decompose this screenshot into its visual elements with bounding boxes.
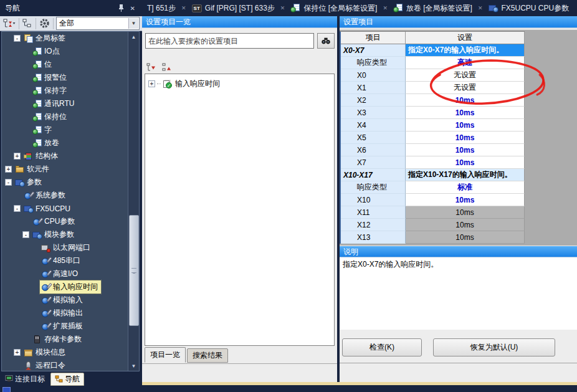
sidebar-item-alarm-bit[interactable]: 报警位 [2,71,140,84]
gear-icon[interactable] [39,17,50,30]
expand-toggle[interactable]: + [14,349,21,356]
sidebar-item-label: 报警位 [42,72,69,84]
sidebar-item-word[interactable]: 字 [2,123,140,136]
expand-toggle[interactable]: + [14,153,21,160]
sidebar-item-input-response-time[interactable]: 输入响应时间 [2,280,140,294]
sidebar-item-high-speed-io[interactable]: 高速I/O [2,267,140,280]
setting-cell[interactable]: 10ms [406,144,525,156]
scroll-up-icon[interactable]: ▲ [128,32,139,42]
device-icon [15,165,25,174]
table-row: X710ms [341,156,525,169]
setting-item-list-panel: 设置项目一览 + 输入响应时间 项目一览 搜索结果 [142,16,337,382]
tree-filter-select[interactable]: 全部 ▼ [56,17,140,30]
restore-default-button[interactable]: 恢复为默认(U) [433,338,555,356]
sidebar-item-analog-output[interactable]: 模拟输出 [2,307,140,320]
expand-all-icon[interactable] [146,61,158,74]
setting-cell[interactable]: 高速 [406,57,525,69]
setting-cell[interactable]: 10ms [406,194,525,206]
tree-scrollbar[interactable]: ▲ ▼ [128,32,139,371]
tab-close-icon[interactable]: ✕ [181,5,187,11]
tree-sort-icon[interactable] [2,17,16,30]
search-input[interactable] [145,33,314,49]
global-label-icon [32,139,42,148]
sidebar-item-io-points[interactable]: IO点 [2,45,140,58]
sidebar-item-serial-485[interactable]: 485串口 [2,254,140,267]
sidebar-item-cpu-parameter[interactable]: CPU参数 [2,215,140,228]
sidebar-item-label: CPU参数 [42,216,77,227]
sidebar-item-analog-input[interactable]: 模拟输入 [2,294,140,307]
expand-toggle[interactable]: - [22,231,29,238]
expand-toggle[interactable]: - [5,179,12,186]
item-cell: X6 [341,144,406,156]
expand-toggle[interactable]: - [14,205,21,212]
search-button[interactable] [317,33,335,49]
sidebar-item-comm-rtu[interactable]: 通讯RTU [2,97,140,110]
setting-cell[interactable]: 无设置 [406,82,525,94]
scrollbar-thumb[interactable] [129,215,139,326]
tree-node-input-response-time[interactable]: + 输入响应时间 [148,78,334,90]
sidebar-item-label: 保持字 [42,85,69,97]
tab-connection-destination[interactable]: 连接目标 [1,373,49,385]
sidebar-item-label: 高速I/O [51,268,80,280]
setting-cell[interactable]: 10ms [406,131,525,144]
tab-latch-bit-labels[interactable]: 保持位 [全局标签设置] [285,3,382,14]
table-row: X310ms [341,107,525,119]
scroll-down-icon[interactable]: ▼ [128,361,139,371]
sidebar-item-fx5ucpu[interactable]: -FX5UCPU [2,202,140,215]
expand-toggle[interactable]: - [14,35,21,42]
setting-cell[interactable]: 10ms [406,94,525,107]
sidebar-item-bit[interactable]: 位 [2,58,140,71]
tab-close-icon[interactable]: ✕ [382,5,388,11]
sidebar-item-struct[interactable]: +结构体 [2,150,140,163]
tab-cpu-parameter[interactable]: FX5UCPU CPU参数 [484,3,575,14]
expand-toggle[interactable]: + [5,166,12,173]
chevron-down-icon[interactable]: ▼ [128,18,138,29]
setting-cell[interactable]: 无设置 [406,69,525,82]
sidebar-item-device[interactable]: +软元件 [2,163,131,176]
sidebar-item-latch-word[interactable]: 保持字 [2,84,140,97]
sidebar-item-parameter[interactable]: -参数 [2,176,131,189]
setting-cell[interactable]: 10ms [406,231,525,244]
setting-cell[interactable]: 10ms [406,206,525,219]
close-icon[interactable]: ✕ [127,5,138,12]
sidebar-item-ethernet-port[interactable]: 以太网端口 [2,241,140,254]
sidebar-item-system-parameter[interactable]: 系统参数 [2,189,140,202]
tab-close-icon[interactable]: ✕ [477,5,484,11]
tab-item-list[interactable]: 项目一览 [145,347,186,363]
tab-search-result[interactable]: 搜索结果 [187,348,228,363]
collapse-all-icon[interactable] [161,61,173,74]
output-window-icon[interactable] [2,387,11,392]
setting-cell[interactable]: 10ms [406,119,525,131]
tree-collapse-icon[interactable] [22,17,33,30]
global-label-icon [32,100,42,108]
tab-close-icon[interactable]: ✕ [280,5,286,11]
pin-icon[interactable] [115,4,127,13]
sidebar-item-module-parameter[interactable]: -模块参数 [2,228,140,241]
sidebar-item-label: IO点 [42,45,62,57]
tab-navigation[interactable]: 导航 [50,373,84,386]
sidebar-item-expansion-board[interactable]: 扩展插板 [2,320,140,333]
sidebar-item-global-label[interactable]: -全局标签 [2,32,140,45]
tab-label: 保持位 [全局标签设置] [303,3,377,14]
navigation-title-label: 导航 [5,3,20,14]
table-row: X1110ms [341,206,525,219]
global-label-icon [32,74,42,82]
tab-label: 放卷 [全局标签设置] [406,3,472,14]
sidebar-item-unwind[interactable]: 放卷 [2,136,140,150]
setting-cell[interactable]: 10ms [406,107,525,119]
description-title: 说明 [340,246,577,257]
sidebar-item-latch-bit[interactable]: 保持位 [2,110,140,123]
parameter-icon [24,204,34,213]
setting-cell[interactable]: 10ms [406,156,525,169]
setting-cell[interactable]: 10ms [406,219,525,231]
table-row: 响应类型标准 [341,181,525,194]
tab-gif-program[interactable]: STGif [PRG] [ST] 633步 [187,3,280,14]
setting-cell[interactable]: 标准 [406,181,525,194]
sidebar-item-remote-password[interactable]: 远程口令 [2,359,140,371]
check-button[interactable]: 检查(K) [342,338,422,356]
sidebar-item-memory-card-parameter[interactable]: 存储卡参数 [2,333,140,346]
tab-main-program[interactable]: T] 651步 [142,3,181,14]
tab-unwind-labels[interactable]: 放卷 [全局标签设置] [388,3,477,14]
sidebar-item-module-info[interactable]: +模块信息 [2,346,140,359]
expand-toggle[interactable]: + [148,80,155,87]
